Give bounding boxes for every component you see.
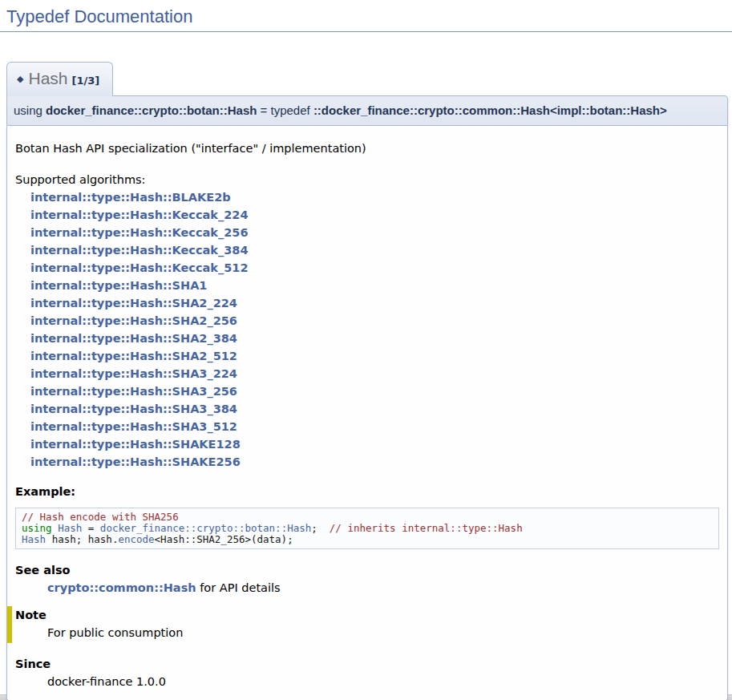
code-token-plain: <Hash::SHA2_256>(data); <box>155 533 293 545</box>
declaration-equals-typedef: = typedef <box>257 103 313 117</box>
see-also-suffix: for API details <box>196 581 281 594</box>
member-documentation: Botan Hash API specialization ("interfac… <box>6 126 728 700</box>
code-token-plain: = <box>82 522 100 534</box>
algorithm-link[interactable]: internal::type::Hash::SHA3_224 <box>30 365 719 382</box>
algorithm-link[interactable]: internal::type::Hash::SHA2_512 <box>30 347 719 365</box>
code-link[interactable]: encode <box>118 533 154 545</box>
permalink-diamond-icon[interactable]: ◆ <box>17 74 23 84</box>
member-tab-overload-index: [1/3] <box>72 75 100 87</box>
algorithm-link[interactable]: internal::type::Hash::SHA1 <box>30 277 719 294</box>
description-text: Botan Hash API specialization ("interfac… <box>15 140 719 156</box>
page-title: Typedef Documentation <box>0 0 732 32</box>
algorithm-link[interactable]: internal::type::Hash::SHA2_384 <box>30 330 719 347</box>
member-item: using docker_finance::crypto::botan::Has… <box>6 95 728 700</box>
algorithm-link[interactable]: internal::type::Hash::Keccak_512 <box>30 259 719 277</box>
typedef-declaration: using docker_finance::crypto::botan::Has… <box>6 95 728 126</box>
since-heading: Since <box>15 656 719 672</box>
algorithm-link[interactable]: internal::type::Hash::SHA3_384 <box>30 400 719 418</box>
code-token-comment: // Hash encode with SHA256 <box>22 511 179 523</box>
note-text: For public consumption <box>47 625 719 641</box>
code-token-plain: ; <box>311 522 330 534</box>
example-section: Example: <box>15 484 719 500</box>
declaration-target-type: ::docker_finance::crypto::common::Hash<i… <box>313 103 667 117</box>
code-line: using Hash = docker_finance::crypto::bot… <box>22 523 713 534</box>
code-link[interactable]: Hash <box>22 533 46 545</box>
code-line: // Hash encode with SHA256 <box>22 512 713 523</box>
code-link[interactable]: Hash <box>58 522 82 534</box>
example-heading: Example: <box>15 484 719 500</box>
algorithm-link-list: internal::type::Hash::BLAKE2binternal::t… <box>15 188 719 471</box>
see-also-heading: See also <box>15 562 719 578</box>
algorithm-link[interactable]: internal::type::Hash::SHA3_256 <box>30 382 719 400</box>
note-heading: Note <box>15 607 719 623</box>
algorithm-link[interactable]: internal::type::Hash::Keccak_384 <box>30 241 719 259</box>
algorithm-link[interactable]: internal::type::Hash::Keccak_224 <box>30 206 719 224</box>
algorithm-link[interactable]: internal::type::Hash::BLAKE2b <box>30 188 719 206</box>
member-tab-title: Hash <box>28 69 67 87</box>
code-example-block: // Hash encode with SHA256using Hash = d… <box>15 508 719 549</box>
member-tab: ◆Hash[1/3] <box>6 62 113 96</box>
note-section: Note For public consumption <box>7 606 719 643</box>
algorithm-link[interactable]: internal::type::Hash::Keccak_256 <box>30 224 719 241</box>
supported-algorithms-section: Supported algorithms: internal::type::Ha… <box>15 171 719 471</box>
algorithm-link[interactable]: internal::type::Hash::SHA2_256 <box>30 312 719 330</box>
declaration-typedef-name: docker_finance::crypto::botan::Hash <box>46 103 257 117</box>
since-text: docker-finance 1.0.0 <box>47 674 719 690</box>
algorithm-link[interactable]: internal::type::Hash::SHA3_512 <box>30 418 719 435</box>
code-line: Hash hash; hash.encode<Hash::SHA2_256>(d… <box>22 534 713 545</box>
code-link[interactable]: docker_finance::crypto::botan::Hash <box>100 522 311 534</box>
algorithm-link[interactable]: internal::type::Hash::SHA2_224 <box>30 294 719 312</box>
see-also-section: See also crypto::common::Hash for API de… <box>15 562 719 596</box>
supported-algorithms-label: Supported algorithms: <box>15 171 719 188</box>
see-also-content: crypto::common::Hash for API details <box>47 580 719 596</box>
code-token-plain: hash; hash. <box>46 533 118 545</box>
since-section: Since docker-finance 1.0.0 <box>15 656 719 690</box>
see-also-link[interactable]: crypto::common::Hash <box>47 581 196 594</box>
declaration-using-keyword: using <box>14 103 46 117</box>
algorithm-link[interactable]: internal::type::Hash::SHAKE128 <box>30 435 719 453</box>
algorithm-link[interactable]: internal::type::Hash::SHAKE256 <box>30 453 719 471</box>
code-token-keyword: using <box>22 522 52 534</box>
code-token-comment: // inherits internal::type::Hash <box>330 522 523 534</box>
